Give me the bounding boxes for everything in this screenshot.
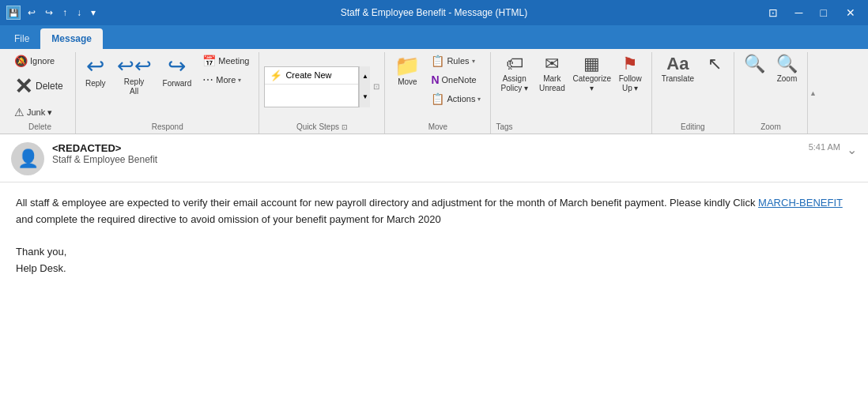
tab-file[interactable]: File (3, 28, 40, 49)
up-icon[interactable]: ↑ (60, 6, 70, 20)
actions-arrow: ▾ (477, 96, 481, 103)
move-icon: 📁 (394, 55, 420, 76)
more-label: More (216, 75, 236, 85)
reply-label: Reply (85, 79, 106, 88)
ribbon-collapse-button[interactable]: ▲ (807, 52, 818, 134)
create-new-label: Create New (285, 70, 331, 80)
translate-button[interactable]: Aa Translate (657, 52, 699, 87)
email-subject: Staff & Employee Benefit (52, 154, 809, 165)
delete-button[interactable]: ✕ Delete (9, 70, 68, 103)
tags-group-content: 🏷 AssignPolicy ▾ ✉ MarkUnread ▦ Categori… (496, 52, 646, 121)
move-group-label: Move (390, 121, 485, 134)
forward-button[interactable]: ↪ Forward (158, 52, 197, 92)
cursor-icon: ↖ (708, 55, 722, 73)
quick-steps-group: ⚡ Create New ▲ ▼ ⊡ Quick Steps ⊡ (259, 52, 385, 134)
actions-button[interactable]: 📋 Actions ▾ (426, 90, 485, 107)
respond-group-label: Respond (81, 121, 254, 134)
delete-group-label: Delete (9, 121, 70, 134)
email-header: 👤 <REDACTED> Staff & Employee Benefit 5:… (0, 134, 868, 182)
email-body-closing: Thank you, Help Desk. (16, 244, 852, 277)
close-button[interactable]: ✕ (840, 5, 862, 21)
quick-access-toolbar: 💾 ↩ ↪ ↑ ↓ ▾ (6, 6, 98, 20)
assign-policy-button[interactable]: 🏷 AssignPolicy ▾ (496, 52, 532, 96)
reply-icon: ↩ (86, 55, 104, 77)
window: 💾 ↩ ↪ ↑ ↓ ▾ Staff & Employee Benefit - M… (0, 0, 868, 395)
tags-group: 🏷 AssignPolicy ▾ ✉ MarkUnread ▦ Categori… (491, 52, 651, 134)
scroll-up-icon: ▲ (362, 73, 368, 80)
zoom-group-label: Zoom (739, 121, 802, 134)
email-body: All staff & employee are expected to ver… (0, 182, 868, 290)
restore-button[interactable]: ⊡ (764, 5, 783, 21)
undo-icon[interactable]: ↩ (25, 6, 38, 20)
reply-all-button[interactable]: ↩↩ ReplyAll (112, 52, 157, 100)
junk-icon: ⚠ (14, 106, 25, 118)
ignore-label: Ignore (30, 56, 55, 66)
more-arrow: ▾ (238, 77, 241, 84)
quick-steps-content: ⚡ Create New ▲ ▼ ⊡ (264, 52, 379, 121)
window-controls: ⊡ ─ □ ✕ (764, 5, 862, 21)
tab-message[interactable]: Message (40, 28, 103, 49)
zoom-group-content: 🔍 🔍 Zoom (739, 52, 802, 121)
move-button[interactable]: 📁 Move (390, 52, 425, 90)
follow-up-button[interactable]: ⚑ FollowUp ▾ (614, 52, 647, 96)
avatar: 👤 (11, 142, 44, 175)
email-body-paragraph1: All staff & employee are expected to ver… (16, 195, 852, 228)
follow-up-icon: ⚑ (622, 55, 638, 73)
quick-steps-scroll[interactable]: ▲ ▼ (359, 66, 370, 107)
march-benefit-link[interactable]: MARCH-BENEFIT (758, 197, 843, 209)
zoom-group: 🔍 🔍 Zoom Zoom (734, 52, 807, 134)
scroll-down-icon: ▼ (362, 93, 368, 100)
move-label: Move (398, 77, 417, 87)
zoom-label: Zoom (777, 74, 798, 84)
email-time: 5:41 AM (809, 142, 840, 152)
email-sender: <REDACTED> (52, 142, 809, 154)
respond-group: ↩ Reply ↩↩ ReplyAll ↪ Forward 📅 Meeting (76, 52, 259, 134)
zoom-button[interactable]: 🔍 Zoom (772, 52, 802, 87)
save-icon[interactable]: 💾 (6, 6, 21, 20)
cursor-button[interactable]: ↖ (700, 52, 729, 77)
rules-arrow: ▾ (472, 58, 475, 65)
quick-steps-group-label: Quick Steps ⊡ (264, 121, 379, 134)
delete-icon: ✕ (14, 73, 32, 100)
mark-unread-label: MarkUnread (539, 74, 565, 93)
ignore-icon: 🔕 (14, 55, 28, 67)
assign-policy-label: AssignPolicy ▾ (500, 74, 527, 93)
editing-group-content: Aa Translate ↖ (657, 52, 729, 121)
junk-button[interactable]: ⚠ Junk ▾ (9, 103, 65, 121)
rules-button[interactable]: 📋 Rules ▾ (426, 52, 485, 70)
tags-group-label: Tags (496, 121, 646, 134)
minimize-button[interactable]: ─ (791, 5, 808, 21)
forward-label: Forward (163, 79, 192, 88)
respond-group-content: ↩ Reply ↩↩ ReplyAll ↪ Forward 📅 Meeting (81, 52, 254, 121)
email-expand-button[interactable]: ⌄ (847, 142, 857, 157)
create-new-item[interactable]: ⚡ Create New (265, 67, 358, 85)
maximize-button[interactable]: □ (816, 5, 832, 21)
categorize-button[interactable]: ▦ Categorize ▾ (572, 52, 613, 96)
create-new-icon: ⚡ (270, 70, 282, 81)
zoom-search-button[interactable]: 🔍 (739, 52, 770, 76)
categorize-icon: ▦ (583, 55, 600, 73)
translate-label: Translate (662, 74, 694, 84)
editing-group: Aa Translate ↖ Editing (652, 52, 734, 134)
onenote-icon: N (431, 73, 439, 86)
more-button[interactable]: ⋯ More ▾ (198, 71, 254, 88)
reply-button[interactable]: ↩ Reply (81, 52, 111, 92)
assign-policy-icon: 🏷 (506, 55, 523, 73)
redo-icon[interactable]: ↪ (43, 6, 55, 20)
forward-icon: ↪ (168, 55, 186, 77)
more-icon: ⋯ (202, 73, 213, 86)
reply-all-label: ReplyAll (124, 77, 145, 96)
delete-group-content: 🔕 Ignore ✕ Delete ⚠ Junk ▾ (9, 52, 68, 121)
customize-qat-icon[interactable]: ▾ (89, 6, 98, 20)
rules-label: Rules (447, 56, 469, 66)
mark-unread-button[interactable]: ✉ MarkUnread (534, 52, 570, 96)
onenote-button[interactable]: N OneNote (426, 71, 485, 88)
down-icon[interactable]: ↓ (74, 6, 84, 20)
meeting-button[interactable]: 📅 Meeting (198, 52, 254, 70)
quick-steps-expand-icon[interactable]: ⊡ (373, 82, 379, 91)
delete-label: Delete (36, 81, 63, 92)
mark-unread-icon: ✉ (545, 55, 559, 73)
onenote-label: OneNote (442, 75, 477, 85)
meeting-label: Meeting (218, 56, 249, 66)
ignore-button[interactable]: 🔕 Ignore (9, 52, 65, 70)
